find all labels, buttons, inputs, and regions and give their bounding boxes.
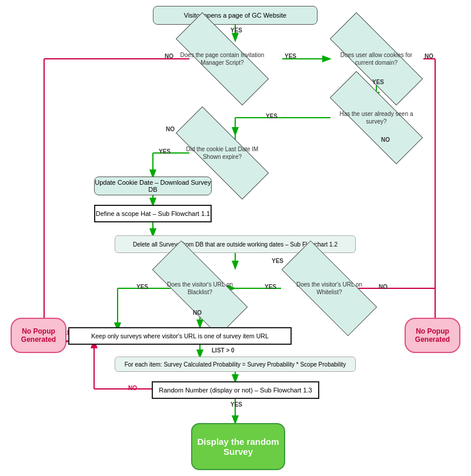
q3-text: Has the user already seen a survey? [329, 99, 423, 137]
label-no-q2: NO [425, 53, 433, 59]
q5-text: Does the visitor's URL on Whitelist? [282, 268, 376, 309]
keep-label: Keep only surveys where visitor's URL is… [91, 332, 269, 339]
label-no-q3: NO [381, 137, 390, 143]
label-yes-q4: YES [159, 148, 171, 155]
q3-diamond: Has the user already seen a survey? [329, 99, 423, 137]
q4-text: Did the cookie Last Date IM Shown expire… [175, 134, 269, 172]
no-popup-left: No Popup Generated [11, 318, 66, 353]
q4-diamond: Did the cookie Last Date IM Shown expire… [175, 134, 269, 172]
q1-text: Does the page contain Invitation Manager… [175, 40, 269, 78]
foreach-node: For each item: Survey Calculated Probabi… [115, 357, 356, 372]
q5-diamond: Does the visitor's URL on Whitelist? [282, 268, 376, 309]
no-popup-right-label: No Popup Generated [406, 327, 459, 344]
q2-text: Does user allow cookies for current doma… [329, 40, 423, 78]
label-no-q5: NO [379, 284, 388, 290]
display-survey-node: Display the random Survey [191, 423, 285, 470]
label-yes-q1: YES [285, 53, 296, 59]
q6-diamond: Does the visitor's URL on Blacklist? [153, 268, 247, 309]
q6-text: Does the visitor's URL on Blacklist? [153, 268, 247, 309]
label-yes-above: YES [272, 258, 283, 264]
update-cookie-node: Update Cookie Date – Download Survey DB [94, 177, 212, 195]
define-scope-node: Define a scope Hat – Sub Flowchart 1.1 [94, 205, 212, 222]
label-yes-q6: YES [136, 284, 148, 290]
start-node: Visitor opens a page of GC Website [153, 6, 318, 25]
q1-diamond: Does the page contain Invitation Manager… [175, 40, 269, 78]
no-popup-left-label: No Popup Generated [12, 327, 65, 344]
random-node: Random Number (display or not) – Sub Flo… [152, 381, 319, 399]
q2-diamond: Does user allow cookies for current doma… [329, 40, 423, 78]
display-label: Display the random Survey [192, 437, 284, 457]
label-yes-random: YES [231, 401, 242, 408]
define-label: Define a scope Hat – Sub Flowchart 1.1 [96, 210, 210, 217]
foreach-label: For each item: Survey Calculated Probabi… [125, 361, 346, 368]
label-no-q1: NO [165, 53, 173, 59]
flowchart: Visitor opens a page of GC Website YES D… [0, 0, 471, 476]
keep-surveys-node: Keep only surveys where visitor's URL is… [68, 327, 292, 345]
label-yes-1: YES [231, 27, 242, 34]
update-label: Update Cookie Date – Download Survey DB [95, 179, 211, 193]
random-label: Random Number (display or not) – Sub Flo… [159, 387, 312, 394]
label-no-random: NO [128, 385, 137, 391]
label-list-gt0: LIST > 0 [212, 347, 235, 354]
label-yes-q2: YES [372, 79, 384, 85]
label-yes-q5: YES [265, 284, 276, 290]
no-popup-right: No Popup Generated [405, 318, 460, 353]
label-no-q4: NO [166, 126, 175, 132]
label-no-q6: NO [193, 309, 202, 316]
label-yes-q3: YES [266, 113, 278, 119]
